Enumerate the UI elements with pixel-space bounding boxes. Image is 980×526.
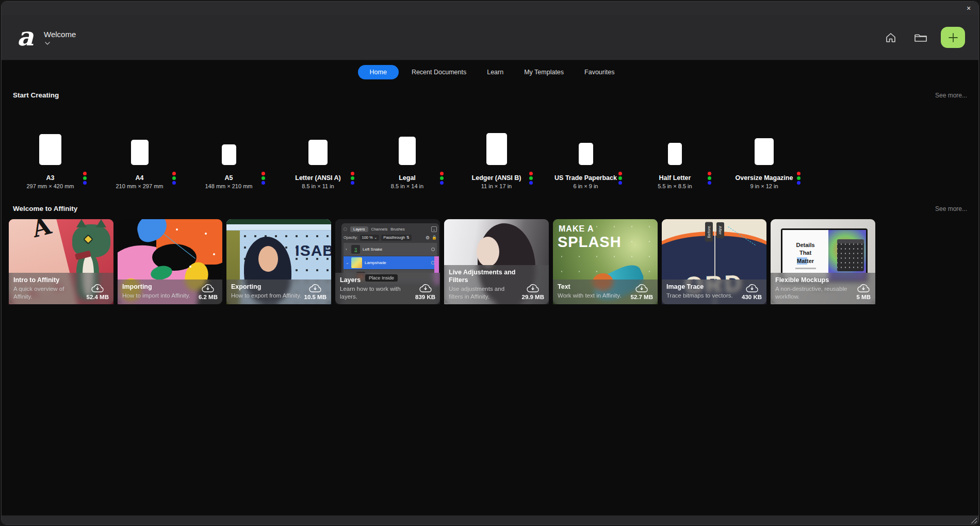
thumb-text-line2: That [799, 249, 811, 256]
blue-dot-icon [708, 181, 711, 185]
color-format-dots [262, 172, 265, 185]
thumb-text-line3: Matter [797, 257, 814, 265]
title-bar[interactable]: × [2, 2, 978, 15]
card-exporting[interactable]: ISAB Exporting How to export from Affini… [226, 219, 331, 304]
card-description: How to export from Affinity. [231, 292, 302, 299]
open-folder-icon[interactable] [914, 31, 927, 44]
preset-a5[interactable]: A5 148 mm × 210 mm [184, 103, 273, 189]
card-image-trace[interactable]: ORD Before After Image Trace Trace bitma… [662, 219, 766, 304]
card-download-size: 5 MB [857, 294, 871, 300]
preset-legal[interactable]: Legal 8.5 in × 14 in [363, 103, 452, 189]
close-icon[interactable]: × [963, 3, 974, 13]
preset-name: Legal [399, 174, 416, 182]
preset-half-letter[interactable]: Half Letter 5.5 in × 8.5 in [630, 103, 720, 189]
preset-dimensions: 8.5 in × 11 in [302, 183, 334, 189]
card-download-size: 10.5 MB [304, 294, 326, 300]
card-intro-to-affinity[interactable]: A A K K A Intro to Affinity A quick over… [9, 219, 113, 304]
color-format-dots [618, 172, 622, 185]
layers-panel-tab: Layers [350, 226, 368, 232]
thumb-text-line1: Details [796, 241, 815, 249]
see-more-welcome[interactable]: See more... [935, 205, 967, 212]
card-text[interactable]: MAKE A SPLASH Text Work with text in Aff… [553, 219, 658, 304]
color-format-dots [83, 172, 87, 185]
cloud-download-icon [745, 283, 759, 293]
opacity-label: Opacity: [344, 235, 358, 240]
red-dot-icon [440, 172, 444, 175]
resize-grip[interactable] [970, 517, 977, 523]
red-dot-icon [618, 172, 622, 175]
green-dot-icon [797, 176, 801, 180]
tab-home[interactable]: Home [358, 65, 399, 79]
blue-dot-icon [529, 181, 533, 185]
tab-recent-documents[interactable]: Recent Documents [404, 65, 474, 79]
preset-us-trade-paperback[interactable]: US Trade Paperback 6 in × 9 in [541, 103, 630, 189]
card-layers[interactable]: Layers Channels Brushes ⌄ Opacity: 100 %… [335, 219, 440, 304]
blue-dot-icon [618, 181, 622, 185]
preset-name: US Trade Paperback [554, 174, 617, 182]
blue-dot-icon [262, 181, 265, 185]
place-inside-tooltip: Place Inside [365, 274, 398, 282]
card-live-adjustments-and-filters[interactable]: Live Adjustments and Filters Use adjustm… [444, 219, 549, 304]
preset-a4[interactable]: A4 210 mm × 297 mm [95, 103, 184, 189]
cloud-download-icon [308, 283, 322, 293]
section-title-start-creating: Start Creating [13, 91, 59, 99]
red-dot-icon [262, 172, 265, 175]
red-dot-icon [351, 172, 354, 175]
home-icon[interactable] [884, 31, 897, 44]
brushes-panel-tab: Brushes [390, 227, 405, 232]
red-dot-icon [529, 172, 533, 175]
page-preview [222, 144, 236, 165]
cloud-download-icon [419, 283, 432, 293]
card-overlay: Flexible Mockups A non-destructive, reus… [771, 273, 875, 304]
tab-learn[interactable]: Learn [479, 65, 511, 79]
card-overlay: Importing How to import into Affinity. 6… [118, 280, 222, 304]
thumb-text-line2: SPLASH [558, 234, 622, 251]
color-format-dots [172, 172, 176, 185]
preset-dimensions: 148 mm × 210 mm [205, 183, 252, 189]
card-description: Use adjustments and filters in Affinity. [449, 285, 520, 300]
status-bar [2, 515, 978, 524]
green-dot-icon [618, 176, 622, 180]
thumb-text-line1: MAKE A [559, 224, 594, 234]
preset-oversize-magazine[interactable]: Oversize Magazine 9 in × 12 in [720, 103, 809, 189]
app-menu[interactable]: a Welcome [15, 25, 76, 50]
page-preview [486, 133, 507, 165]
card-description: A non-destructive, reusable workflow. [775, 285, 855, 300]
layer-row-label: Left Snake [363, 247, 382, 252]
page-preview [579, 143, 593, 165]
card-overlay: Exporting How to export from Affinity. 1… [226, 280, 331, 304]
card-title: Intro to Affinity [13, 276, 85, 284]
preset-letter-ansi-a[interactable]: Letter (ANSI A) 8.5 in × 11 in [273, 103, 363, 189]
green-dot-icon [83, 176, 87, 180]
tab-my-templates[interactable]: My Templates [516, 65, 571, 79]
before-label: Before [705, 222, 713, 242]
opacity-value: 100 % [362, 235, 373, 240]
plus-icon [948, 32, 959, 43]
card-importing[interactable]: Importing How to import into Affinity. 6… [118, 219, 222, 304]
tab-favourites[interactable]: Favourites [577, 65, 622, 79]
card-download-size: 52.4 MB [87, 294, 109, 300]
gear-icon: ⚙ [426, 235, 430, 240]
see-more-start-creating[interactable]: See more... [935, 92, 967, 99]
card-download-size: 430 KB [742, 294, 762, 300]
card-overlay: Live Adjustments and Filters Use adjustm… [444, 265, 549, 304]
preset-a3[interactable]: A3 297 mm × 420 mm [6, 103, 95, 189]
preset-ledger-ansi-b[interactable]: Ledger (ANSI B) 11 in × 17 in [452, 103, 541, 189]
card-download-size: 6.2 MB [199, 294, 218, 300]
after-label: After [716, 222, 724, 238]
new-document-button[interactable] [941, 27, 965, 48]
page-preview [39, 134, 61, 165]
chevron-down-icon [45, 42, 50, 45]
blue-dot-icon [440, 181, 444, 185]
app-header: a Welcome [2, 15, 978, 60]
affinity-logo-icon: a [15, 25, 36, 50]
card-flexible-mockups[interactable]: Details That Matter Flexible Mockups A n… [771, 219, 875, 304]
blend-mode-value: Passthrough [383, 235, 405, 240]
card-overlay: Text Work with text in Affinity. 52.7 MB [553, 280, 658, 304]
blue-dot-icon [172, 181, 176, 185]
card-description: Trace bitmaps to vectors. [666, 292, 740, 299]
preset-row: A3 297 mm × 420 mm A4 210 mm × 297 mm A5… [2, 103, 978, 189]
green-dot-icon [529, 176, 533, 180]
card-title: Importing [122, 283, 197, 291]
green-dot-icon [172, 176, 176, 180]
